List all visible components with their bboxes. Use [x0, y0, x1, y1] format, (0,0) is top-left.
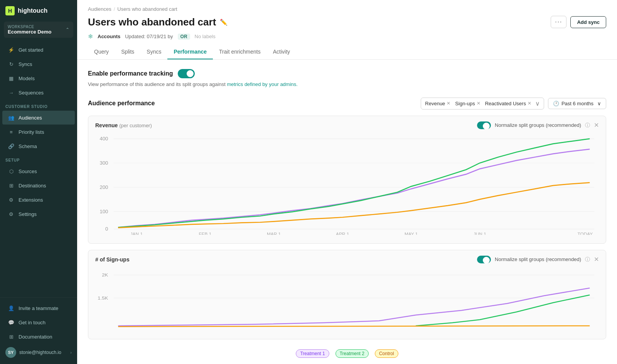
schema-icon: 🔗 — [8, 143, 15, 150]
sidebar-item-extensions[interactable]: ⚙ Extensions — [2, 193, 75, 207]
destinations-icon: ⊞ — [8, 182, 15, 189]
tab-trait-enrichments[interactable]: Trait enrichments — [213, 45, 267, 59]
time-filter[interactable]: 🕐 Past 6 months ∨ — [548, 98, 606, 109]
sidebar-item-models[interactable]: ▦ Models — [2, 71, 75, 85]
syncs-icon: ↻ — [8, 61, 15, 67]
metric-tags[interactable]: Revenue ✕ Sign-ups ✕ Reactivated Users ✕… — [421, 98, 544, 110]
tab-syncs[interactable]: Syncs — [140, 45, 167, 59]
chevron-down-icon: ∨ — [597, 101, 601, 106]
setup-label: SETUP — [0, 153, 77, 164]
priority-lists-icon: ≡ — [8, 128, 15, 135]
tab-activity[interactable]: Activity — [267, 45, 296, 59]
sidebar-item-settings[interactable]: ⚙ Settings — [2, 207, 75, 221]
audiences-icon: 👥 — [8, 114, 15, 121]
sidebar-item-destinations[interactable]: ⊞ Destinations — [2, 179, 75, 192]
sidebar-nav: ⚡ Get started ↻ Syncs ▦ Models → Sequenc… — [0, 41, 77, 297]
breadcrumb-separator: / — [114, 6, 115, 12]
svg-text:1.5K: 1.5K — [98, 295, 108, 300]
revenue-chart-container: Revenue (per customer) Normalize split g… — [88, 116, 606, 244]
sidebar-item-sources[interactable]: ⬡ Sources — [2, 164, 75, 178]
close-signups-chart[interactable]: ✕ — [594, 256, 599, 263]
legend-treatment1: Treatment 1 — [296, 349, 329, 358]
tab-query[interactable]: Query — [88, 45, 115, 59]
normalize-toggle-revenue[interactable] — [477, 121, 491, 129]
sidebar: H hightouch Workspace Ecommerce Demo ⌃ ⚡… — [0, 0, 77, 364]
metrics-link[interactable]: metrics defined by your admins. — [227, 81, 298, 87]
svg-text:0: 0 — [105, 226, 108, 231]
metric-reactivated: Reactivated Users ✕ — [485, 101, 531, 106]
breadcrumb-audiences[interactable]: Audiences — [88, 6, 111, 12]
sidebar-item-syncs[interactable]: ↻ Syncs — [2, 57, 75, 71]
svg-text:2K: 2K — [102, 272, 108, 277]
tracking-section: Enable performance tracking View perform… — [88, 69, 606, 88]
chat-icon: 💬 — [8, 319, 15, 326]
revenue-chart-title: Revenue (per customer) — [95, 122, 152, 128]
svg-text:APR 1: APR 1 — [336, 232, 349, 234]
breadcrumb-current: Users who abandoned cart — [117, 6, 177, 12]
docs-icon: ⊞ — [8, 333, 15, 340]
chevron-right-icon: › — [70, 350, 72, 355]
sidebar-item-schema[interactable]: 🔗 Schema — [2, 139, 75, 153]
chevron-right-icon: ⌃ — [66, 27, 69, 32]
normalize-toggle-signups[interactable] — [477, 256, 491, 263]
chart-legend: Treatment 1 Treatment 2 Control — [88, 345, 606, 364]
close-revenue-chart[interactable]: ✕ — [594, 121, 599, 129]
remove-reactivated[interactable]: ✕ — [528, 101, 531, 106]
meta-update: Updated: 07/19/21 by — [125, 34, 173, 39]
svg-text:400: 400 — [99, 136, 108, 141]
normalize-label-revenue: Normalize split groups (recommended) — [495, 122, 581, 128]
chart-header-revenue: Revenue (per customer) Normalize split g… — [88, 116, 606, 135]
normalize-label-signups: Normalize split groups (recommended) — [495, 256, 581, 262]
remove-signups[interactable]: ✕ — [477, 101, 480, 106]
sidebar-item-invite-teammate[interactable]: 👤 Invite a teammate — [2, 301, 75, 315]
sidebar-item-audiences[interactable]: 👥 Audiences — [2, 111, 75, 125]
metric-revenue: Revenue ✕ — [425, 101, 450, 106]
svg-text:JAN 1: JAN 1 — [130, 232, 143, 234]
tab-splits[interactable]: Splits — [115, 45, 140, 59]
workspace-selector[interactable]: Workspace Ecommerce Demo ⌃ — [4, 22, 73, 38]
svg-text:300: 300 — [99, 160, 108, 165]
metric-signups: Sign-ups ✕ — [455, 101, 480, 106]
info-icon-signups[interactable]: ⓘ — [585, 256, 590, 263]
tracking-desc: View performance of this audience and it… — [88, 81, 606, 88]
sidebar-item-get-in-touch[interactable]: 💬 Get in touch — [2, 315, 75, 329]
remove-revenue[interactable]: ✕ — [447, 101, 450, 106]
edit-icon[interactable]: ✏️ — [220, 19, 228, 26]
sidebar-item-get-started[interactable]: ⚡ Get started — [2, 43, 75, 57]
tab-performance[interactable]: Performance — [167, 45, 213, 59]
performance-tracking-toggle[interactable] — [178, 69, 195, 78]
svg-text:TODAY: TODAY — [577, 232, 593, 234]
svg-text:200: 200 — [99, 185, 108, 190]
signups-chart-title: # of Sign-ups — [95, 256, 130, 263]
svg-text:MAY 1: MAY 1 — [405, 232, 418, 234]
sources-icon: ⬡ — [8, 168, 15, 175]
info-icon-revenue[interactable]: ⓘ — [585, 122, 590, 129]
revenue-chart-area: 400 300 200 100 0 JAN 1 FEB 1 MAR 1 APR … — [88, 135, 606, 243]
page-header: Audiences / Users who abandoned cart Use… — [77, 0, 617, 60]
svg-text:100: 100 — [99, 209, 108, 214]
sidebar-bottom: 👤 Invite a teammate 💬 Get in touch ⊞ Doc… — [0, 297, 77, 364]
tabs: Query Splits Syncs Performance Trait enr… — [88, 45, 606, 59]
invite-icon: 👤 — [8, 305, 15, 312]
metrics-dropdown-arrow[interactable]: ∨ — [535, 100, 540, 107]
user-profile[interactable]: SY stonie@hightouch.io › — [0, 344, 77, 361]
page-body: Enable performance tracking View perform… — [77, 60, 617, 364]
sidebar-item-documentation[interactable]: ⊞ Documentation — [2, 330, 75, 344]
sidebar-item-sequences[interactable]: → Sequences — [2, 86, 75, 99]
sidebar-item-priority-lists[interactable]: ≡ Priority lists — [2, 125, 75, 139]
logo-text: hightouch — [18, 7, 47, 14]
chart-header-signups: # of Sign-ups Normalize split groups (re… — [88, 250, 606, 269]
workspace-name: Ecommerce Demo — [8, 29, 51, 35]
treatment1-pill: Treatment 1 — [296, 349, 329, 358]
control-pill: Control — [375, 349, 398, 358]
workspace-label: Workspace — [8, 25, 51, 29]
more-options-button[interactable]: ··· — [551, 16, 566, 28]
avatar: SY — [5, 347, 16, 358]
page-title: Users who abandoned cart — [88, 16, 216, 28]
clock-icon: 🕐 — [553, 101, 559, 106]
title-row: Users who abandoned cart ✏️ ··· Add sync — [88, 16, 606, 28]
add-sync-button[interactable]: Add sync — [570, 16, 606, 28]
logo-icon: H — [5, 6, 15, 15]
extensions-icon: ⚙ — [8, 196, 15, 203]
treatment2-pill: Treatment 2 — [335, 349, 369, 358]
